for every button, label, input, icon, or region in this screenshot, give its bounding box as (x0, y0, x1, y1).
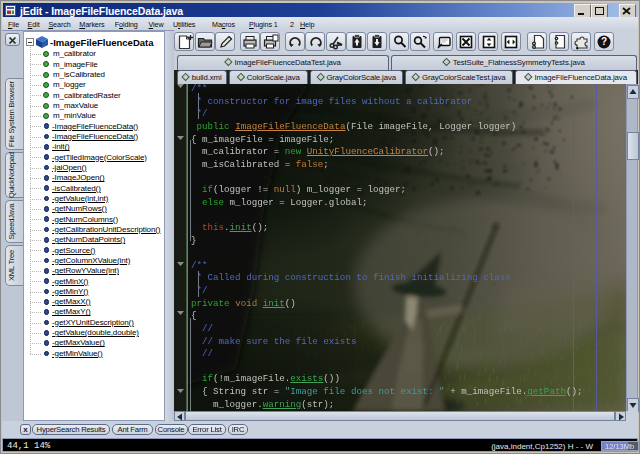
svg-text:?: ? (601, 36, 607, 47)
